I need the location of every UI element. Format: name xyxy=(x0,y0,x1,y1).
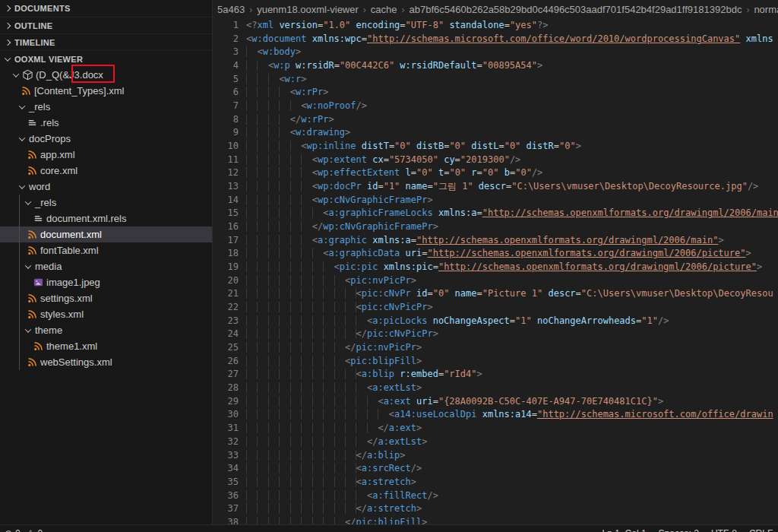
editor-code-line[interactable]: 21 <pic:cNvPr id="0" name="Picture 1" de… xyxy=(213,287,778,301)
editor-code-line[interactable]: 14 <wp:cNvGraphicFramePr> xyxy=(213,194,778,207)
line-content: <?xml version="1.0" encoding="UTF-8" sta… xyxy=(246,19,548,33)
editor-code-line[interactable]: 16 </wp:cNvGraphicFramePr> xyxy=(213,220,778,234)
tree-item-label: media xyxy=(35,261,62,272)
status-warnings[interactable]: ⚠0 xyxy=(27,528,43,532)
tree-item-rels[interactable]: _rels xyxy=(0,195,212,211)
indent-guides xyxy=(246,477,356,487)
line-content: <w:body> xyxy=(246,46,301,59)
section-timeline[interactable]: TIMELINE xyxy=(0,33,212,50)
chevron-down-icon xyxy=(23,328,33,333)
editor-code-line[interactable]: 25 </pic:nvPicPr> xyxy=(213,341,778,355)
editor-code-line[interactable]: 26 <pic:blipFill> xyxy=(213,355,778,369)
indent-guides xyxy=(246,409,389,420)
tree-item-image1-jpeg[interactable]: image1.jpeg xyxy=(0,274,212,290)
line-number: 22 xyxy=(213,301,246,315)
status-label: CRLF xyxy=(749,528,773,532)
tree-item-websettings-xml[interactable]: webSettings.xml xyxy=(0,354,212,370)
editor-code-line[interactable]: 24 </pic:cNvPicPr> xyxy=(213,328,778,341)
editor-code-line[interactable]: 15 <a:graphicFrameLocks xmlns:a="http://… xyxy=(213,207,778,220)
editor-code-line[interactable]: 10 <wp:inline distT="0" distB="0" distL=… xyxy=(213,140,778,154)
editor-code-line[interactable]: 33 </a:blip> xyxy=(213,449,778,463)
editor-code-line[interactable]: 23 <a:picLocks noChangeAspect="1" noChan… xyxy=(213,315,778,328)
editor-code-line[interactable]: 5 <w:r> xyxy=(213,73,778,87)
tree-item-settings-xml[interactable]: settings.xml xyxy=(0,290,212,306)
tree-item-content-types-xml[interactable]: [Content_Types].xml xyxy=(0,83,212,99)
tree-item-theme[interactable]: theme xyxy=(0,322,212,338)
section-outline[interactable]: OUTLINE xyxy=(0,17,212,33)
editor-code-line[interactable]: 7 <w:noProof/> xyxy=(213,100,778,113)
indent-guides xyxy=(246,87,290,97)
editor-code-line[interactable]: 9 <w:drawing> xyxy=(213,126,778,140)
editor-code-line[interactable]: 3 <w:body> xyxy=(213,46,778,59)
chevron-down-icon xyxy=(11,73,21,78)
editor-code-line[interactable]: 6 <w:rPr> xyxy=(213,86,778,100)
chevron-glyph xyxy=(25,326,31,332)
tree-item-label: [Content_Types].xml xyxy=(34,85,125,97)
tree-item-document-xml-rels[interactable]: document.xml.rels xyxy=(0,211,212,226)
editor-code-line[interactable]: 2<w:document xmlns:wpc="http://schemas.m… xyxy=(213,33,778,46)
section-documents[interactable]: DOCUMENTS xyxy=(0,0,212,17)
editor-code-line[interactable]: 13 <wp:docPr id="1" name="그림 1" descr="C… xyxy=(213,180,778,194)
indent-guides xyxy=(246,517,345,524)
indent-guides xyxy=(246,195,312,205)
editor-code-line[interactable]: 34 <a:srcRect/> xyxy=(213,462,778,476)
editor-code-line[interactable]: 28 <a:extLst> xyxy=(213,382,778,395)
tree-item-rels[interactable]: _rels xyxy=(0,99,212,115)
editor-code-line[interactable]: 18 <a:graphicData uri="http://schemas.op… xyxy=(213,247,778,261)
status-errors[interactable]: ⊘0 xyxy=(5,528,21,532)
tree-item-theme1-xml[interactable]: theme1.xml xyxy=(0,338,212,354)
line-number: 7 xyxy=(213,100,246,113)
line-content: </a:blip> xyxy=(246,449,406,463)
code-area[interactable]: 1<?xml version="1.0" encoding="UTF-8" st… xyxy=(213,19,778,524)
indent-guides xyxy=(246,315,367,326)
editor-code-line[interactable]: 27 <a:blip r:embed="rId4"> xyxy=(213,368,778,382)
editor-code-line[interactable]: 19 <pic:pic xmlns:pic="http://schemas.op… xyxy=(213,261,778,274)
breadcrumb-item[interactable]: cache xyxy=(371,4,397,15)
editor-code-line[interactable]: 22 <pic:cNvPicPr> xyxy=(213,301,778,315)
line-content: <w:rPr> xyxy=(246,86,328,100)
section-ooxml-viewer[interactable]: OOXML VIEWER xyxy=(0,50,212,67)
editor-code-line[interactable]: 38 </pic:blipFill> xyxy=(213,516,778,524)
tree-item-styles-xml[interactable]: styles.xml xyxy=(0,306,212,322)
editor-code-line[interactable]: 12 <wp:effectExtent l="0" t="0" r="0" b=… xyxy=(213,166,778,180)
editor-code-line[interactable]: 37 </a:stretch> xyxy=(213,502,778,516)
tree-item-word[interactable]: word xyxy=(0,179,212,195)
indent-guides xyxy=(246,100,301,111)
editor-code-line[interactable]: 17 <a:graphic xmlns:a="http://schemas.op… xyxy=(213,234,778,248)
vscode-window: DOCUMENTSOUTLINETIMELINEOOXML VIEWER (D_… xyxy=(0,0,778,532)
editor-code-line[interactable]: 11 <wp:extent cx="5734050" cy="2019300"/… xyxy=(213,154,778,167)
breadcrumb-item[interactable]: ab7bf6c5460b262a58b29bd0c4496c503aadf701… xyxy=(410,4,742,15)
indent-guides xyxy=(246,114,290,125)
editor-code-line[interactable]: 4 <w:p w:rsidR="00C442C6" w:rsidRDefault… xyxy=(213,59,778,73)
status-encoding[interactable]: UTF-8 xyxy=(711,528,737,532)
editor-code-line[interactable]: 32 </a:extLst> xyxy=(213,435,778,449)
tree-item-media[interactable]: media xyxy=(0,258,212,274)
editor-code-line[interactable]: 36 <a:fillRect/> xyxy=(213,489,778,503)
editor-code-line[interactable]: 31 </a:ext> xyxy=(213,422,778,435)
line-content: <pic:cNvPr id="0" name="Picture 1" descr… xyxy=(246,287,773,301)
tree-item-label: docProps xyxy=(29,133,71,144)
editor-code-line[interactable]: 35 <a:stretch> xyxy=(213,476,778,489)
editor-code-line[interactable]: 20 <pic:nvPicPr> xyxy=(213,274,778,288)
line-content: <pic:blipFill> xyxy=(246,355,422,369)
tree-item-docprops[interactable]: docProps xyxy=(0,131,212,147)
chevron-glyph xyxy=(25,262,31,268)
tree-item-core-xml[interactable]: core.xml xyxy=(0,163,212,179)
editor-code-line[interactable]: 1<?xml version="1.0" encoding="UTF-8" st… xyxy=(213,19,778,33)
breadcrumb-item[interactable]: normal xyxy=(754,4,778,15)
editor-code-line[interactable]: 8 </w:rPr> xyxy=(213,113,778,127)
tree-item-document-xml[interactable]: document.xml xyxy=(0,226,212,242)
tree-item-fonttable-xml[interactable]: fontTable.xml xyxy=(0,242,212,258)
breadcrumb-item[interactable]: yuenm18.ooxml-viewer xyxy=(257,4,359,15)
indent-guides xyxy=(246,288,356,299)
editor-code-line[interactable]: 30 <a14:useLocalDpi xmlns:a14="http://sc… xyxy=(213,408,778,422)
tree-item-rels[interactable]: .rels xyxy=(0,115,212,131)
tree-item-app-xml[interactable]: app.xml xyxy=(0,147,212,163)
editor-code-line[interactable]: 29 <a:ext uri="{28A0092B-C50C-407E-A947-… xyxy=(213,395,778,409)
breadcrumb-item[interactable]: 5a463 xyxy=(217,4,245,15)
status-indentation[interactable]: Spaces: 2 xyxy=(659,528,699,532)
status-cursor-position[interactable]: Ln 1, Col 1 xyxy=(602,528,647,532)
status-eol[interactable]: CRLF xyxy=(749,528,773,532)
indent-guides xyxy=(246,436,367,447)
tree-item-d-q-j3-docx[interactable]: (D_Q(&J3.docx xyxy=(0,67,212,83)
